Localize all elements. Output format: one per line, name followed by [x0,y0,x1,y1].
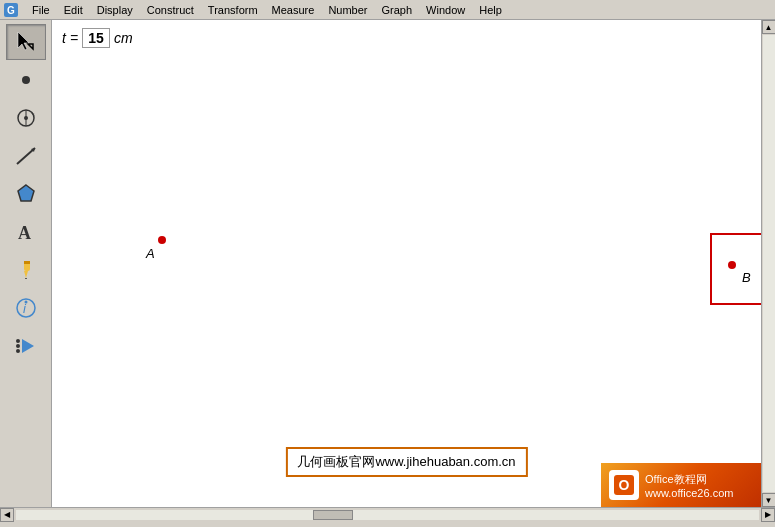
hscroll-thumb[interactable] [313,510,353,520]
svg-marker-11 [18,185,34,201]
svg-point-7 [24,116,28,120]
office-logo: O Office教程网 www.office26.com [601,463,761,507]
svg-point-19 [24,301,27,304]
svg-marker-3 [28,44,33,49]
menu-number[interactable]: Number [322,2,373,18]
formula-unit: cm [114,30,133,46]
menu-help[interactable]: Help [473,2,508,18]
svg-point-22 [16,339,20,343]
office-text: Office教程网 www.office26.com [645,472,733,499]
formula-bar: t = 15 cm [62,28,133,48]
polygon-tool[interactable] [6,176,46,212]
menu-construct[interactable]: Construct [141,2,200,18]
formula-variable: t [62,30,66,46]
svg-point-4 [22,76,30,84]
menu-transform[interactable]: Transform [202,2,264,18]
office-line2: www.office26.com [645,487,733,499]
point-a-label: A [146,246,155,261]
pen-tool[interactable] [6,252,46,288]
svg-rect-15 [24,261,30,264]
hscroll-track[interactable] [16,510,759,520]
app-icon: G [2,1,20,19]
formula-value: 15 [82,28,110,48]
office-line1: Office教程网 [645,472,733,487]
svg-marker-2 [18,32,29,50]
svg-marker-20 [22,339,34,353]
scroll-track-right[interactable] [763,35,775,492]
scroll-up-btn[interactable]: ▲ [762,20,776,34]
menu-edit[interactable]: Edit [58,2,89,18]
menubar: G File Edit Display Construct Transform … [0,0,775,20]
scroll-right-btn[interactable]: ▶ [761,508,775,522]
main-layout: + A [0,20,775,507]
canvas-area[interactable]: t = 15 cm A B 几何画板官网www.jihehuaban.com.c… [52,20,761,507]
text-tool[interactable]: A [6,214,46,250]
svg-point-21 [16,344,20,348]
toolbar: + A [0,20,52,507]
office-icon: O [609,470,639,500]
point-a[interactable] [158,236,166,244]
svg-text:A: A [18,223,31,243]
svg-point-23 [16,349,20,353]
scroll-down-btn[interactable]: ▼ [762,493,776,507]
menu-window[interactable]: Window [420,2,471,18]
animation-tool[interactable] [6,328,46,364]
info-tool[interactable]: i [6,290,46,326]
svg-text:O: O [619,477,630,493]
select-tool[interactable] [6,24,46,60]
point-tool[interactable] [6,62,46,98]
hscrollbar[interactable]: ◀ ▶ [0,507,775,521]
menu-graph[interactable]: Graph [376,2,419,18]
watermark: 几何画板官网www.jihehuaban.com.cn [285,447,527,477]
svg-marker-14 [24,271,28,278]
menu-file[interactable]: File [26,2,56,18]
bottom-area: ◀ ▶ [0,507,775,521]
right-scrollbar[interactable]: ▲ ▼ [761,20,775,507]
svg-text:+: + [31,110,35,116]
scroll-left-btn[interactable]: ◀ [0,508,14,522]
line-tool[interactable] [6,138,46,174]
svg-text:G: G [7,5,15,16]
menu-display[interactable]: Display [91,2,139,18]
svg-line-9 [17,148,35,164]
rect-b [710,233,761,305]
compass-tool[interactable]: + [6,100,46,136]
formula-equals: = [70,30,78,46]
menu-measure[interactable]: Measure [266,2,321,18]
